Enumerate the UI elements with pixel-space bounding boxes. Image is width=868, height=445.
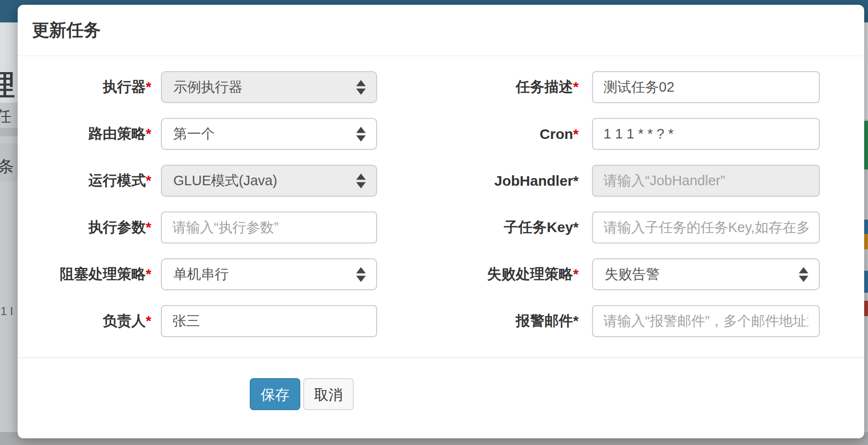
backdrop-text-fragment: 条 xyxy=(0,156,14,178)
field-exec-param: 执行参数* xyxy=(32,212,463,244)
form-row: 负责人* 报警邮件* xyxy=(32,305,850,337)
exec-param-label: 执行参数* xyxy=(32,218,161,237)
field-child-jobkey: 子任务Key* xyxy=(463,212,850,244)
block-strategy-label: 阻塞处理策略* xyxy=(32,265,161,284)
select-arrows-icon xyxy=(799,267,808,282)
modal-body: 执行器* 示例执行器 任务描述* 路由策略* 第一个 Cron* xyxy=(18,56,864,410)
cron-label: Cron* xyxy=(463,126,592,142)
job-desc-input[interactable] xyxy=(592,71,820,103)
cancel-button[interactable]: 取消 xyxy=(303,378,354,410)
backdrop-left-strip: 理 任 条 1 I xyxy=(0,0,18,445)
select-arrows-icon xyxy=(356,267,366,282)
owner-input[interactable] xyxy=(161,305,377,337)
modal-header: 更新任务 xyxy=(18,5,864,56)
jobhandler-input[interactable] xyxy=(592,165,820,197)
backdrop-text-fragment: 任 xyxy=(0,106,11,127)
field-job-desc: 任务描述* xyxy=(463,71,850,103)
field-alarm-email: 报警邮件* xyxy=(463,305,850,337)
backdrop-blue-button-fragment xyxy=(864,220,868,234)
glue-type-label: 运行模式* xyxy=(32,171,161,191)
jobhandler-label: JobHandler* xyxy=(463,173,592,189)
block-strategy-select[interactable]: 单机串行 xyxy=(161,258,377,290)
executor-select[interactable]: 示例执行器 xyxy=(161,71,377,103)
backdrop-blue-button-fragment xyxy=(864,271,868,293)
form-row: 执行器* 示例执行器 任务描述* xyxy=(32,71,850,103)
backdrop-band xyxy=(0,128,18,136)
field-fail-strategy: 失败处理策略* 失败告警 xyxy=(463,258,850,290)
select-arrows-icon xyxy=(356,173,366,188)
glue-type-select[interactable]: GLUE模式(Java) xyxy=(161,165,377,197)
select-arrows-icon xyxy=(356,127,366,141)
form-row: 阻塞处理策略* 单机串行 失败处理策略* 失败告警 xyxy=(32,258,850,290)
route-strategy-select[interactable]: 第一个 xyxy=(161,118,377,150)
alarm-email-input[interactable] xyxy=(592,305,820,337)
child-jobkey-label: 子任务Key* xyxy=(463,218,592,237)
backdrop-green-button-fragment xyxy=(864,121,868,170)
modal-footer: 保存 取消 xyxy=(32,358,850,410)
exec-param-input[interactable] xyxy=(161,212,377,244)
job-desc-label: 任务描述* xyxy=(463,77,592,97)
field-executor: 执行器* 示例执行器 xyxy=(32,71,463,103)
field-cron: Cron* xyxy=(463,118,850,150)
field-jobhandler: JobHandler* xyxy=(463,165,850,197)
backdrop-red-button-fragment xyxy=(864,301,868,316)
owner-label: 负责人* xyxy=(32,311,161,331)
form-row: 路由策略* 第一个 Cron* xyxy=(32,118,850,150)
select-arrows-icon xyxy=(356,80,366,95)
fail-strategy-label: 失败处理策略* xyxy=(463,265,592,284)
executor-label: 执行器* xyxy=(32,77,161,97)
field-owner: 负责人* xyxy=(32,305,463,337)
alarm-email-label: 报警邮件* xyxy=(463,311,592,331)
fail-strategy-select[interactable]: 失败告警 xyxy=(592,258,820,290)
field-block-strategy: 阻塞处理策略* 单机串行 xyxy=(32,258,463,290)
field-glue-type: 运行模式* GLUE模式(Java) xyxy=(32,165,463,197)
backdrop-panel xyxy=(864,22,868,119)
backdrop-orange-button-fragment xyxy=(864,234,868,249)
update-job-modal: 更新任务 执行器* 示例执行器 任务描述* 路由策略* 第一个 xyxy=(18,5,864,438)
route-strategy-label: 路由策略* xyxy=(32,124,161,144)
cron-input[interactable] xyxy=(592,118,820,150)
save-button[interactable]: 保存 xyxy=(250,378,300,410)
backdrop-right-strip xyxy=(864,0,868,445)
backdrop-heading-fragment: 理 xyxy=(0,67,15,104)
form-row: 执行参数* 子任务Key* xyxy=(32,212,850,244)
modal-title: 更新任务 xyxy=(32,19,101,42)
backdrop-text-fragment: 1 I xyxy=(0,305,13,318)
child-jobkey-input[interactable] xyxy=(592,212,820,244)
field-route-strategy: 路由策略* 第一个 xyxy=(32,118,463,150)
form-row: 运行模式* GLUE模式(Java) JobHandler* xyxy=(32,165,850,197)
